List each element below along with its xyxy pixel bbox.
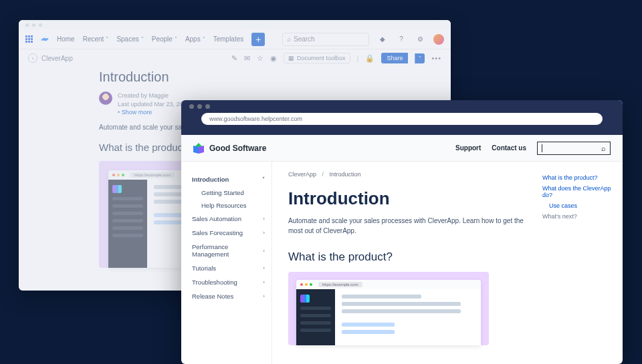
brand-logo[interactable]: Good Software [193,143,266,154]
page-toolbar: › CleverApp ✎ ✉ ☆ ◉ ▦Document toolbox | … [19,49,451,67]
chevron-down-icon: ˅ [175,36,177,42]
search-input[interactable]: ⌕ Search [282,33,369,46]
chevron-icon: › [263,293,265,299]
share-dropdown[interactable]: ˅ [415,53,425,63]
nav-home[interactable]: Home [57,35,75,43]
search-input[interactable]: ⌕ [537,142,611,155]
chevron-down-icon: ˅ [203,36,205,42]
article-intro: Automate and scale your sales processes … [288,216,530,236]
sidebar-item[interactable]: Tutorials› [192,261,268,275]
sidebar-item[interactable]: Troubleshooting› [192,275,268,289]
article-title: Introduction [288,188,530,209]
sidebar-item[interactable]: Performance Management› [192,240,268,261]
search-icon: ⌕ [287,35,291,43]
window-controls[interactable] [181,100,623,113]
toc-item[interactable]: What does the CleverApp do? [542,183,612,200]
toc-item[interactable]: What's next? [542,211,612,222]
settings-gear-icon[interactable]: ⚙ [415,34,425,45]
restrictions-lock-icon[interactable]: 🔒 [365,54,374,63]
confluence-nav: Home Recent˅ Spaces˅ People˅ Apps˅ Templ… [19,29,451,49]
show-more-link[interactable]: Show more [122,109,152,116]
brand-name: Good Software [209,144,266,153]
address-bar[interactable]: www.goodsoftware.helpcenter.com [201,113,603,125]
chevron-icon: ˅ [262,176,265,182]
breadcrumb[interactable]: CleverApp [41,55,73,62]
nav-people[interactable]: People˅ [152,35,177,43]
table-of-contents: What is the product?What does the Clever… [542,171,612,364]
user-avatar[interactable] [433,34,444,45]
confluence-titlebar [19,20,451,29]
app-switcher-icon[interactable] [25,35,33,43]
app-logo-icon [300,295,310,303]
nav-apps[interactable]: Apps˅ [185,35,205,43]
helpcenter-titlebar: www.goodsoftware.helpcenter.com [181,100,623,135]
sidebar-item[interactable]: Sales Forecasting› [192,226,268,240]
helpcenter-window: www.goodsoftware.helpcenter.com Good Sof… [181,100,623,364]
breadcrumbs: CleverApp / Introduction [288,171,530,178]
nav-templates[interactable]: Templates [213,35,244,43]
toc-item[interactable]: What is the product? [542,172,612,183]
search-placeholder: Search [294,35,364,43]
edit-icon[interactable]: ✎ [231,54,237,63]
preview-url: https://example.com [318,282,362,287]
chevron-icon: › [263,216,265,222]
chevron-icon: › [263,248,265,254]
article-section-heading: What is the product? [288,250,530,264]
author-avatar[interactable] [99,92,112,105]
create-button[interactable]: + [251,33,265,46]
sidebar-item[interactable]: Help Resources [192,199,268,212]
app-logo-icon [112,185,122,193]
watch-icon[interactable]: ◉ [270,54,277,63]
chevron-down-icon: ˅ [106,36,108,42]
sidebar-item[interactable]: Release Notes› [192,289,268,303]
expand-sidebar-icon[interactable]: › [28,53,37,63]
site-header: Good Software Support Contact us ⌕ [181,135,623,162]
more-actions-icon[interactable]: ••• [431,54,441,62]
notifications-icon[interactable]: ◆ [377,34,388,45]
page-title: Introduction [99,69,451,85]
nav-support[interactable]: Support [455,144,481,152]
chevron-icon: › [263,279,265,285]
embedded-preview: https://example.com [288,272,489,345]
chevron-icon: › [263,230,265,236]
created-by: Created by Maggie [118,92,193,100]
help-icon[interactable]: ? [396,34,407,45]
confluence-logo-icon[interactable] [41,35,49,43]
nav-recent[interactable]: Recent˅ [83,35,109,43]
chevron-down-icon: ˅ [141,36,144,42]
article: CleverApp / Introduction Introduction Au… [288,171,530,364]
preview-url: https://example.com [130,172,175,178]
document-toolbox-button[interactable]: ▦Document toolbox [284,53,350,63]
sidebar-item[interactable]: Introduction˅ [192,172,268,186]
star-icon[interactable]: ☆ [257,54,263,63]
comment-icon[interactable]: ✉ [244,54,250,63]
nav-contact[interactable]: Contact us [492,144,526,152]
chevron-icon: › [263,265,265,271]
sidebar-item[interactable]: Sales Automation› [192,212,268,226]
crumb-current: Introduction [330,171,361,178]
nav-spaces[interactable]: Spaces˅ [116,35,143,43]
sidebar-nav: Introduction˅Getting StartedHelp Resourc… [181,162,272,364]
crumb-parent[interactable]: CleverApp [288,171,316,178]
sidebar-item[interactable]: Getting Started [192,186,268,199]
cube-logo-icon [193,143,204,154]
text-cursor [542,144,542,152]
toc-item[interactable]: Use cases [542,200,612,211]
share-button[interactable]: Share [381,53,408,63]
search-icon: ⌕ [601,144,606,152]
